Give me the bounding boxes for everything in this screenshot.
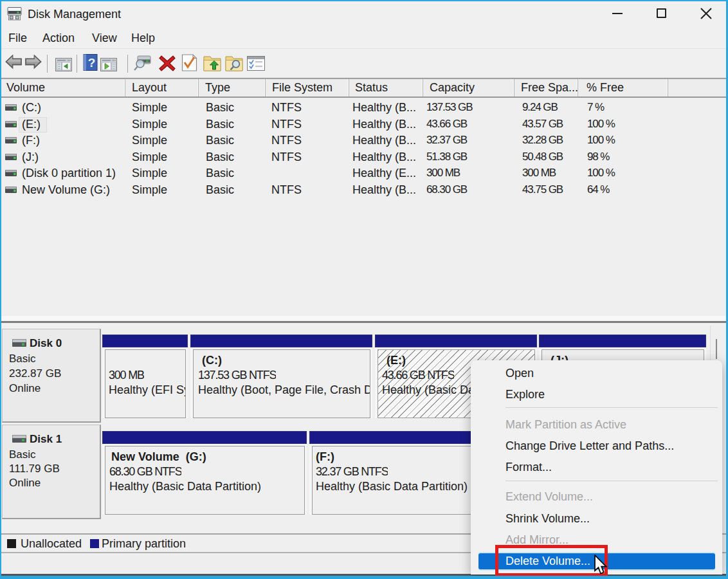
svg-text:?: ? — [88, 56, 96, 69]
